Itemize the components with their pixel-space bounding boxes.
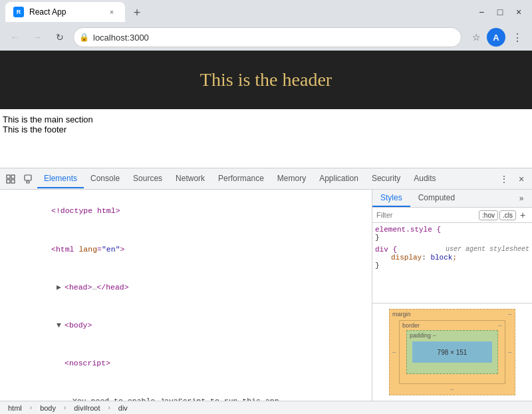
svg-rect-2 bbox=[7, 180, 10, 183]
restore-button[interactable]: □ bbox=[492, 4, 508, 20]
box-model-container: margin − − − − border − paddin bbox=[372, 303, 532, 401]
tab-close-button[interactable]: × bbox=[106, 7, 117, 17]
styles-content: element.style { } div { user agent style… bbox=[372, 223, 532, 303]
devtools-more-button[interactable]: ⋮ bbox=[496, 171, 512, 187]
address-bar: ← → ↻ 🔒 localhost:3000 ☆ A ⋮ bbox=[0, 24, 532, 51]
minimize-button[interactable]: − bbox=[473, 4, 489, 20]
add-style-button[interactable]: + bbox=[517, 210, 528, 220]
box-model: margin − − − − border − paddin bbox=[389, 309, 515, 395]
tab-memory[interactable]: Memory bbox=[271, 170, 313, 188]
reload-button[interactable]: ↻ bbox=[51, 28, 69, 47]
subtab-styles[interactable]: Styles bbox=[372, 190, 410, 207]
styles-subtabs: Styles Computed » bbox=[372, 190, 532, 208]
html-line[interactable]: <noscript> bbox=[0, 345, 372, 383]
url-bar[interactable]: 🔒 localhost:3000 bbox=[73, 27, 462, 47]
bm-dimensions: 798 × 151 bbox=[438, 349, 467, 356]
url-actions: ☆ A ⋮ bbox=[468, 28, 527, 47]
window-controls: − □ × bbox=[473, 4, 527, 20]
status-body[interactable]: body bbox=[37, 404, 59, 412]
devtools-close-button[interactable]: × bbox=[513, 171, 529, 187]
tab-application[interactable]: Application bbox=[313, 170, 365, 188]
bm-border-layer: border − padding − 798 × 151 bbox=[399, 320, 505, 384]
devtools-tabs: Elements Console Sources Network Perform… bbox=[37, 170, 443, 188]
svg-rect-3 bbox=[11, 180, 15, 183]
lock-icon: 🔒 bbox=[79, 33, 89, 42]
browser-window: R React App × + − □ × ← → ↻ 🔒 localhost:… bbox=[0, 0, 532, 414]
devtools-panel: Elements Console Sources Network Perform… bbox=[0, 168, 532, 414]
forward-button[interactable]: → bbox=[28, 28, 47, 47]
subtab-computed[interactable]: Computed bbox=[410, 190, 463, 207]
html-line[interactable]: ▶<head>…</head> bbox=[0, 268, 372, 306]
bm-content: 798 × 151 bbox=[412, 341, 492, 363]
bm-padding-layer: padding − 798 × 151 bbox=[406, 330, 498, 374]
tab-console[interactable]: Console bbox=[84, 170, 126, 188]
styles-panel: Styles Computed » :hov .cls + element.st… bbox=[372, 190, 532, 401]
tab-favicon: R bbox=[13, 7, 24, 17]
header-text: This is the header bbox=[200, 69, 332, 90]
styles-filter-input[interactable] bbox=[376, 211, 476, 219]
profile-button[interactable]: A bbox=[487, 28, 505, 47]
tab-bar: R React App × + bbox=[5, 2, 463, 22]
devtools-body: <!doctype html> <html lang="en"> ▶<head>… bbox=[0, 190, 532, 401]
hover-filter-button[interactable]: :hov bbox=[479, 210, 498, 220]
browser-menu-button[interactable]: ⋮ bbox=[508, 28, 527, 47]
new-tab-button[interactable]: + bbox=[128, 3, 146, 22]
footer-text: This is the footer bbox=[3, 124, 529, 134]
html-line[interactable]: <html lang="en"> bbox=[0, 230, 372, 268]
devtools-status-bar: html › body › div#root › div bbox=[0, 401, 532, 414]
status-div[interactable]: div bbox=[116, 404, 130, 412]
url-text: localhost:3000 bbox=[93, 33, 453, 43]
page-body: This is the main section This is the foo… bbox=[0, 109, 532, 168]
main-text: This is the main section bbox=[3, 114, 529, 124]
bm-margin-minus-right: − bbox=[508, 349, 512, 356]
active-tab[interactable]: R React App × bbox=[5, 2, 125, 22]
style-rule-div: div { user agent stylesheet display: blo… bbox=[375, 246, 529, 270]
back-button[interactable]: ← bbox=[5, 28, 24, 47]
cls-filter-button[interactable]: .cls bbox=[499, 210, 516, 220]
bookmark-button[interactable]: ☆ bbox=[468, 29, 484, 45]
tab-performance[interactable]: Performance bbox=[211, 170, 271, 188]
html-line[interactable]: <!doctype html> bbox=[0, 192, 372, 230]
filter-buttons: :hov .cls + bbox=[479, 210, 528, 220]
page-content: This is the header This is the main sect… bbox=[0, 51, 532, 168]
svg-rect-5 bbox=[27, 181, 29, 183]
bm-margin-minus-bottom: − bbox=[450, 386, 454, 393]
elements-panel[interactable]: <!doctype html> <html lang="en"> ▶<head>… bbox=[0, 190, 372, 401]
page-header: This is the header bbox=[0, 51, 532, 109]
tab-elements[interactable]: Elements bbox=[37, 170, 84, 188]
style-rule-element: element.style { } bbox=[375, 226, 529, 242]
bm-margin-label: margin bbox=[392, 311, 411, 317]
html-line[interactable]: You need to enable JavaScript to run thi… bbox=[0, 383, 372, 401]
tab-audits[interactable]: Audits bbox=[407, 170, 442, 188]
bm-border-label: border bbox=[402, 322, 420, 329]
tab-security[interactable]: Security bbox=[365, 170, 407, 188]
bm-margin-minus-top-right: − bbox=[508, 311, 512, 318]
devtools-toolbar: Elements Console Sources Network Perform… bbox=[0, 168, 532, 190]
tab-network[interactable]: Network bbox=[169, 170, 211, 188]
status-div-root[interactable]: div#root bbox=[71, 404, 102, 412]
tab-title: React App bbox=[29, 7, 66, 17]
bm-margin-minus-left: − bbox=[392, 349, 396, 356]
bm-padding-label: padding − bbox=[410, 332, 436, 339]
svg-rect-0 bbox=[7, 175, 10, 178]
title-bar: R React App × + − □ × bbox=[0, 0, 532, 24]
styles-filter-row: :hov .cls + bbox=[372, 208, 532, 223]
bm-border-minus: − bbox=[498, 322, 502, 329]
svg-rect-4 bbox=[25, 175, 31, 180]
close-button[interactable]: × bbox=[511, 4, 527, 20]
tab-sources[interactable]: Sources bbox=[126, 170, 169, 188]
status-html[interactable]: html bbox=[5, 404, 25, 412]
bm-margin-layer: margin − − − − border − paddin bbox=[389, 309, 515, 395]
styles-more-button[interactable]: » bbox=[513, 190, 529, 206]
inspector-icon[interactable] bbox=[3, 171, 19, 187]
device-toolbar-icon[interactable] bbox=[20, 171, 36, 187]
html-line[interactable]: ▼<body> bbox=[0, 307, 372, 345]
svg-rect-1 bbox=[11, 175, 15, 178]
